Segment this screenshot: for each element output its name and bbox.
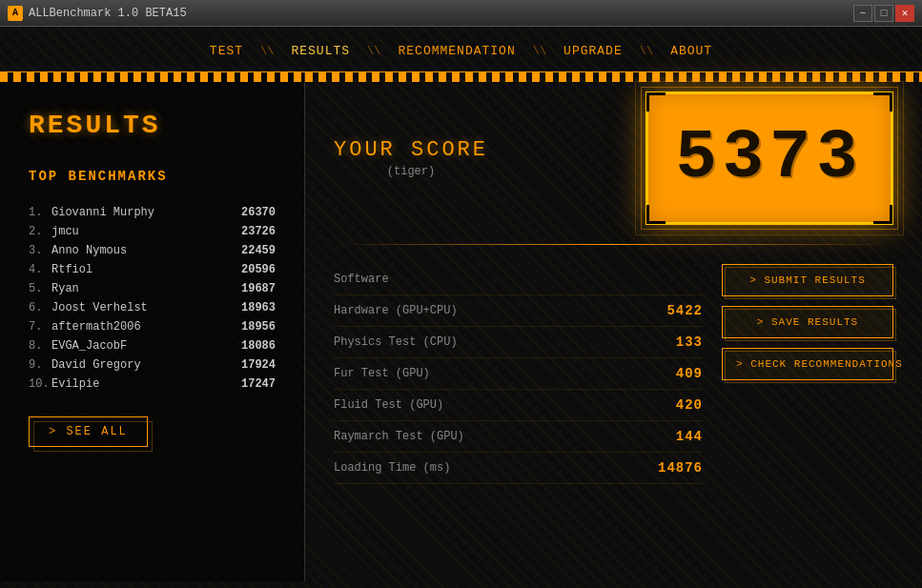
benchmark-rank: 10. — [29, 377, 51, 391]
metric-value: 144 — [676, 429, 703, 444]
benchmark-score: 19687 — [241, 282, 276, 295]
benchmark-name: Ryan — [51, 282, 241, 295]
metrics-table: Software — Hardware (GPU+CPU) 5422 Physi… — [334, 264, 703, 484]
benchmark-score: 18963 — [241, 301, 276, 314]
right-panel: YOUR SCORE (tiger) 5373 Software — Har — [305, 72, 922, 581]
metric-row: Software — — [334, 264, 703, 295]
benchmark-item: 2. jmcu 23726 — [29, 222, 276, 241]
metric-value: 420 — [676, 397, 703, 413]
benchmark-name: David Gregory — [51, 358, 241, 372]
benchmark-rank: 7. — [29, 320, 51, 334]
benchmark-rank: 3. — [29, 244, 51, 257]
metric-row: Fluid Test (GPU) 420 — [334, 390, 703, 421]
benchmark-score: 20596 — [241, 263, 276, 276]
metric-value: 14876 — [658, 460, 703, 476]
nav-recommendation[interactable]: RECOMMENDATION — [380, 40, 532, 62]
close-button[interactable]: ✕ — [895, 5, 914, 22]
metric-row: Raymarch Test (GPU) 144 — [334, 421, 703, 453]
benchmark-rank: 9. — [29, 358, 51, 372]
benchmark-item: 1. Giovanni Murphy 26370 — [29, 203, 276, 222]
metrics-buttons-area: Software — Hardware (GPU+CPU) 5422 Physi… — [334, 264, 893, 484]
benchmark-rank: 5. — [29, 282, 51, 295]
benchmark-score: 22459 — [241, 244, 276, 257]
metric-row: Fur Test (GPU) 409 — [334, 358, 703, 390]
metric-label: Physics Test (CPU) — [334, 335, 458, 349]
benchmark-item: 5. Ryan 19687 — [29, 279, 276, 298]
save-results-button[interactable]: > SAVE RESULTS — [722, 306, 893, 338]
score-section: YOUR SCORE (tiger) 5373 — [334, 91, 893, 225]
benchmark-name: aftermath2006 — [51, 320, 241, 334]
metric-label: Software — [334, 273, 389, 286]
metric-value: 133 — [676, 335, 703, 350]
benchmark-item: 10. Evilpie 17247 — [29, 375, 276, 394]
metric-value: 5422 — [666, 303, 703, 318]
benchmark-item: 4. Rtfiol 20596 — [29, 260, 276, 279]
nav-about[interactable]: ABOUT — [653, 40, 729, 62]
benchmark-rank: 8. — [29, 339, 51, 353]
benchmark-score: 18086 — [241, 339, 276, 353]
benchmark-score: 23726 — [241, 225, 276, 238]
divider — [334, 244, 893, 245]
action-buttons: > SUBMIT RESULTS> SAVE RESULTS> CHECK RE… — [722, 264, 893, 484]
benchmark-item: 7. aftermath2006 18956 — [29, 317, 276, 336]
window-controls: − □ ✕ — [853, 5, 914, 22]
benchmark-score: 17924 — [241, 358, 276, 372]
nav-results[interactable]: RESULTS — [274, 40, 367, 62]
score-display: 5373 — [645, 91, 893, 225]
benchmark-name: Rtfiol — [51, 263, 241, 276]
content-area: RESULTS TOP BENCHMARKS 1. Giovanni Murph… — [0, 72, 922, 581]
benchmark-item: 3. Anno Nymous 22459 — [29, 241, 276, 260]
metric-label: Fur Test (GPU) — [334, 367, 430, 380]
benchmark-name: Giovanni Murphy — [51, 206, 241, 219]
top-benchmarks-title: TOP BENCHMARKS — [29, 169, 276, 184]
metric-row: Hardware (GPU+CPU) 5422 — [334, 295, 703, 327]
check-recommendations-button[interactable]: > CHECK RECOMMENDATIONS — [722, 348, 893, 380]
see-all-button[interactable]: > SEE ALL — [29, 416, 148, 447]
results-title: RESULTS — [29, 111, 276, 140]
score-number: 5373 — [676, 119, 864, 197]
metric-value: — — [694, 272, 703, 287]
title-bar: A ALLBenchmark 1.0 BETA15 − □ ✕ — [0, 0, 922, 27]
corner-tl — [646, 92, 666, 112]
benchmark-item: 6. Joost Verhelst 18963 — [29, 298, 276, 317]
your-score-label: YOUR SCORE — [334, 138, 488, 162]
benchmark-name: Anno Nymous — [51, 244, 241, 257]
benchmark-rank: 6. — [29, 301, 51, 314]
app-title: ALLBenchmark 1.0 BETA15 — [29, 7, 187, 20]
nav-upgrade[interactable]: UPGRADE — [546, 40, 640, 62]
metric-row: Loading Time (ms) 14876 — [334, 453, 703, 484]
benchmark-rank: 1. — [29, 206, 51, 219]
corner-tr — [873, 92, 892, 112]
corner-br — [873, 205, 892, 224]
metric-label: Raymarch Test (GPU) — [334, 430, 464, 443]
metric-label: Loading Time (ms) — [334, 461, 450, 475]
left-panel: RESULTS TOP BENCHMARKS 1. Giovanni Murph… — [0, 72, 305, 581]
navigation: TEST \\ RESULTS \\ RECOMMENDATION \\ UPG… — [0, 27, 922, 72]
metric-label: Fluid Test (GPU) — [334, 398, 443, 412]
benchmark-list: 1. Giovanni Murphy 26370 2. jmcu 23726 3… — [29, 203, 276, 394]
benchmark-name: EVGA_JacobF — [51, 339, 241, 353]
benchmark-score: 17247 — [241, 377, 276, 391]
submit-results-button[interactable]: > SUBMIT RESULTS — [722, 264, 893, 296]
metric-label: Hardware (GPU+CPU) — [334, 304, 458, 317]
maximize-button[interactable]: □ — [874, 5, 893, 22]
app-icon: A — [8, 6, 23, 21]
score-sublabel: (tiger) — [387, 165, 435, 178]
benchmark-score: 26370 — [241, 206, 276, 219]
benchmark-item: 9. David Gregory 17924 — [29, 355, 276, 375]
metric-value: 409 — [676, 366, 703, 381]
nav-test[interactable]: TEST — [193, 40, 260, 62]
metric-row: Physics Test (CPU) 133 — [334, 327, 703, 358]
app-container: TEST \\ RESULTS \\ RECOMMENDATION \\ UPG… — [0, 27, 922, 588]
title-bar-left: A ALLBenchmark 1.0 BETA15 — [8, 6, 187, 21]
benchmark-rank: 4. — [29, 263, 51, 276]
benchmark-name: Evilpie — [51, 377, 241, 391]
benchmark-item: 8. EVGA_JacobF 18086 — [29, 336, 276, 355]
corner-bl — [646, 205, 666, 224]
benchmark-score: 18956 — [241, 320, 276, 334]
minimize-button[interactable]: − — [853, 5, 872, 22]
score-label-area: YOUR SCORE (tiger) — [334, 138, 488, 179]
benchmark-rank: 2. — [29, 225, 51, 238]
benchmark-name: Joost Verhelst — [51, 301, 241, 314]
benchmark-name: jmcu — [51, 225, 241, 238]
